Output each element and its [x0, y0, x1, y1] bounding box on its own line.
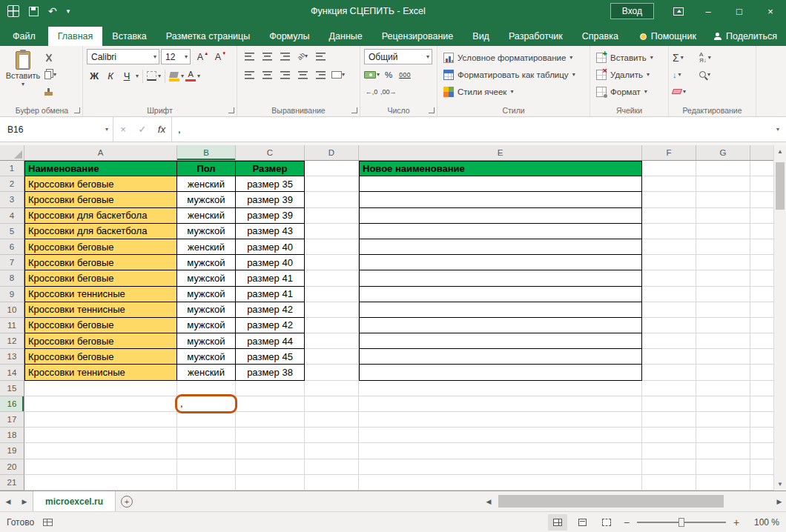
clear-button[interactable]: ▾ [673, 89, 695, 95]
cell-F12[interactable] [642, 333, 696, 349]
bold-button[interactable]: Ж [87, 68, 102, 84]
cell-E1[interactable]: Новое наименование [359, 161, 642, 176]
cell-F7[interactable] [642, 255, 696, 270]
cell-F4[interactable] [642, 208, 696, 224]
orientation-button[interactable]: ab▾ [294, 49, 311, 64]
number-format-combo[interactable]: Общий▾ [364, 49, 432, 64]
cell-C13[interactable]: размер 45 [236, 349, 305, 365]
cell-G4[interactable] [696, 208, 750, 224]
tab-insert[interactable]: Вставка [102, 27, 156, 46]
increase-font-button[interactable]: А [192, 50, 208, 64]
zoom-slider[interactable] [637, 522, 726, 523]
cell-C15[interactable] [236, 381, 305, 396]
cell-B21[interactable] [177, 475, 236, 491]
cell-C2[interactable]: размер 35 [236, 176, 305, 192]
cell-F20[interactable] [642, 459, 696, 475]
cell-B10[interactable]: мужской [177, 302, 236, 318]
find-select-button[interactable]: ▾ [699, 71, 724, 78]
tab-developer[interactable]: Разработчик [499, 27, 572, 46]
wrap-text-button[interactable] [312, 49, 328, 64]
row-header-10[interactable]: 10 [0, 302, 24, 318]
cell-E8[interactable] [359, 270, 642, 286]
cell-B14[interactable]: женский [177, 365, 236, 380]
cell-C3[interactable]: размер 39 [236, 192, 305, 207]
column-header-D[interactable]: D [305, 145, 359, 160]
cell-F13[interactable] [642, 349, 696, 365]
number-dialog-launcher-icon[interactable] [429, 107, 435, 113]
cell-B13[interactable]: мужской [177, 349, 236, 365]
column-header-E[interactable]: E [359, 145, 642, 160]
cell-G7[interactable] [696, 255, 750, 270]
row-header-12[interactable]: 12 [0, 333, 24, 349]
tab-data[interactable]: Данные [320, 27, 372, 46]
cell-E6[interactable] [359, 239, 642, 255]
cell-E3[interactable] [359, 192, 642, 207]
tab-help[interactable]: Справка [572, 27, 628, 46]
cell-D4[interactable] [305, 208, 359, 224]
cell-E10[interactable] [359, 302, 642, 318]
fill-color-caret-icon[interactable]: ▾ [181, 73, 184, 79]
cell-D19[interactable] [305, 443, 359, 459]
cut-button[interactable] [42, 49, 79, 66]
decrease-decimal-button[interactable]: ,00→ [380, 84, 397, 99]
confirm-entry-button[interactable]: ✓ [133, 117, 152, 142]
vertical-scroll-track[interactable] [774, 158, 786, 478]
cell-C6[interactable]: размер 40 [236, 239, 305, 255]
cell-G2[interactable] [696, 176, 750, 192]
cell-E21[interactable] [359, 475, 642, 491]
cell-E11[interactable] [359, 318, 642, 333]
cell-E14[interactable] [359, 365, 642, 380]
cell-F10[interactable] [642, 302, 696, 318]
cell-G9[interactable] [696, 287, 750, 302]
sheet-nav-right-icon[interactable]: ▶ [16, 491, 33, 511]
cell-E13[interactable] [359, 349, 642, 365]
cell-A6[interactable]: Кроссовки беговые [24, 239, 177, 255]
cell-A9[interactable]: Кроссовки теннисные [24, 287, 177, 302]
copy-button[interactable]: ▾ [42, 66, 79, 83]
underline-button[interactable]: Ч [119, 68, 134, 84]
sort-filter-button[interactable]: АЯ↓▾ [699, 52, 724, 64]
row-header-18[interactable]: 18 [0, 428, 24, 443]
cell-C16[interactable] [236, 396, 305, 412]
column-header-A[interactable]: A [24, 145, 177, 160]
alignment-dialog-launcher-icon[interactable] [351, 107, 357, 113]
cell-D6[interactable] [305, 239, 359, 255]
new-sheet-button[interactable]: + [116, 491, 138, 511]
page-break-view-button[interactable] [597, 514, 616, 531]
cell-E4[interactable] [359, 208, 642, 224]
align-center-button[interactable] [259, 67, 275, 82]
zoom-in-button[interactable]: + [731, 516, 742, 528]
cell-C20[interactable] [236, 459, 305, 475]
cell-C1[interactable]: Размер [236, 161, 305, 176]
cell-D10[interactable] [305, 302, 359, 318]
cell-B15[interactable] [177, 381, 236, 396]
cell-C19[interactable] [236, 443, 305, 459]
maximize-button[interactable]: □ [724, 0, 755, 22]
cell-B9[interactable]: мужской [177, 287, 236, 302]
cell-D5[interactable] [305, 224, 359, 239]
cell-B6[interactable]: женский [177, 239, 236, 255]
fill-color-icon[interactable] [169, 71, 179, 82]
font-size-combo[interactable]: 12▾ [161, 49, 191, 64]
align-middle-button[interactable] [259, 49, 275, 64]
borders-icon[interactable] [147, 71, 156, 81]
cell-E12[interactable] [359, 333, 642, 349]
format-as-table-button[interactable]: Форматировать как таблицу ▾ [441, 66, 587, 83]
cell-D20[interactable] [305, 459, 359, 475]
cell-D16[interactable] [305, 396, 359, 412]
customize-toolbar-caret-icon[interactable]: ▾ [67, 7, 70, 15]
cell-G14[interactable] [696, 365, 750, 380]
cell-C18[interactable] [236, 428, 305, 443]
cell-C14[interactable]: размер 38 [236, 365, 305, 380]
cell-A3[interactable]: Кроссовки беговые [24, 192, 177, 207]
merge-center-button[interactable]: ▾ [330, 67, 346, 82]
macro-record-icon[interactable] [43, 519, 53, 526]
cell-E15[interactable] [359, 381, 642, 396]
row-header-14[interactable]: 14 [0, 365, 24, 380]
cell-B5[interactable]: мужской [177, 224, 236, 239]
tab-file[interactable]: Файл [0, 27, 48, 46]
cell-F2[interactable] [642, 176, 696, 192]
cell-D2[interactable] [305, 176, 359, 192]
cell-A13[interactable]: Кроссовки беговые [24, 349, 177, 365]
cell-A17[interactable] [24, 412, 177, 428]
